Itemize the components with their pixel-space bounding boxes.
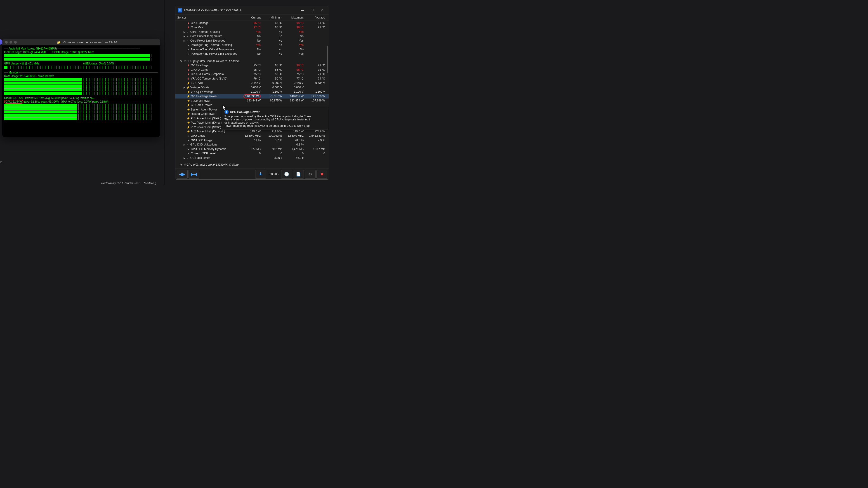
sensor-row[interactable]: 🌡VR VCC Temperature (SVID)76 °C50 °C77 °… (176, 76, 329, 81)
val-max: 75 °C (282, 72, 304, 76)
sensor-row[interactable]: 🌡CPU GT Cores (Graphics)75 °C58 °C75 °C7… (176, 72, 329, 76)
val-max: Yes (282, 43, 304, 46)
col-current[interactable]: Current (239, 16, 260, 19)
sensor-row[interactable]: ⚡CPU Package Power140.696 W78.057 W148.0… (176, 94, 329, 98)
val-min: 0.000 V (260, 86, 282, 89)
sensor-rows[interactable]: 🌡CPU Package96 °C66 °C98 °C91 °C🌡Core Ma… (176, 21, 329, 168)
dot-icon: ● (187, 153, 190, 155)
ecpu-line: E-CPU Usage: 100% @ 2484 MHz (4, 51, 46, 54)
sensor-row[interactable]: ▶●OC Ratio Limits33.0 x56.0 x (176, 156, 329, 160)
sensor-row[interactable]: 🌡CPU IA Cores95 °C66 °C98 °C91 °C (176, 68, 329, 72)
expand-chevron-icon[interactable]: ▶ (184, 86, 185, 89)
save-log-button[interactable]: 📄 (293, 170, 304, 179)
sensor-name: ●GPU D3D Memory Dynamic (176, 148, 239, 151)
sensor-row[interactable]: ●Package/Ring Thermal ThrottlingYesNoYes (176, 43, 329, 47)
val-max: 98 °C (282, 22, 304, 25)
sensor-row[interactable]: ●Current cTDP Level0000 (176, 151, 329, 156)
val-current: No (239, 39, 260, 42)
terminal-title: 📁m3max — powermetrics — sudo — 83×26 (17, 41, 157, 44)
val-max: Yes (282, 30, 304, 33)
sensor-group-header[interactable]: ▶ ⁞⁞ CPU [#0]: Intel Core i9-13980HX: En… (176, 59, 329, 63)
thermometer-icon: 🌡 (187, 64, 190, 67)
expand-chevron-icon[interactable]: ▶ (184, 157, 185, 159)
val-current: 97 °C (239, 26, 260, 29)
val-max: 98 °C (282, 68, 304, 71)
terminal-titlebar[interactable]: 📁m3max — powermetrics — sudo — 83×26 (2, 39, 160, 45)
sensor-row[interactable]: ⚡VDDQ TX Voltage1.100 V1.100 V1.100 V1.1… (176, 90, 329, 94)
sensor-row[interactable]: ▶⚡Voltage Offsets0.000 V0.000 V0.000 V (176, 85, 329, 90)
sensor-row[interactable]: ▶●Core Critical TemperatureNoNoNo (176, 34, 329, 39)
col-minimum[interactable]: Minimum (260, 16, 282, 19)
val-min: No (260, 39, 282, 42)
val-max: 1,650.0 MHz (282, 134, 304, 137)
traffic-lights[interactable] (5, 41, 17, 43)
settings-button[interactable]: ⚙ (305, 170, 315, 179)
sensor-row[interactable]: ●GPU D3D Memory Dynamic977 MB912 MB1,471… (176, 147, 329, 151)
sensor-row[interactable]: ●Package/Ring Power Limit ExceededNoNoYe… (176, 52, 329, 56)
bolt-icon: ⚡ (187, 112, 190, 116)
val-avg: 1.100 V (304, 90, 325, 93)
scrollbar-thumb[interactable] (327, 46, 328, 73)
hwinfo-title: HWiNFO64 v7.64-5240 - Sensors Status (184, 8, 298, 12)
maximize-button[interactable]: ☐ (307, 7, 317, 13)
sensor-name: ⚡IA Cores Power (176, 99, 239, 102)
network-button[interactable]: 🖧 (255, 170, 266, 179)
sensor-row[interactable]: ⚡PL2 Power Limit (Dynamic)175.0 W119.0 W… (176, 129, 329, 134)
sensor-row[interactable]: ●Package/Ring Critical TemperatureNoNoNo (176, 47, 329, 52)
val-max: 133.854 W (282, 99, 304, 102)
val-max: 98 °C (282, 64, 304, 67)
val-avg: 1,117 MB (304, 148, 325, 151)
val-max: 98 °C (282, 26, 304, 29)
val-min: 33.0 x (260, 156, 282, 160)
sensor-name: ▶●Core Thermal Throttling (176, 30, 239, 33)
val-max: No (282, 48, 304, 51)
expand-chevron-icon[interactable]: ▶ (184, 143, 185, 146)
bolt-icon: ⚡ (187, 90, 190, 94)
expand-chevron-icon[interactable]: ▶ (184, 35, 185, 37)
collapse-chevron-icon[interactable]: ▶ (180, 164, 183, 166)
val-avg: 71 °C (304, 72, 325, 76)
sensor-name: ⚡VDDQ TX Voltage (176, 90, 239, 94)
collapse-chevron-icon[interactable]: ▶ (180, 60, 183, 62)
hwinfo-app-icon: ⁞⁞ (178, 8, 182, 12)
col-average[interactable]: Average (304, 16, 325, 19)
col-sensor[interactable]: Sensor (176, 16, 239, 19)
column-headers[interactable]: Sensor Current Minimum Maximum Average (176, 14, 329, 21)
tooltip-line: Power monitoring requires SVID to be ena… (224, 124, 326, 127)
terminal-body[interactable]: ── Apple M3 Max (cores: 4E+12P+40GPU) ──… (2, 45, 160, 122)
sensor-row[interactable]: 🌡CPU Package95 °C66 °C98 °C91 °C (176, 63, 329, 68)
val-avg: 91 °C (304, 26, 325, 29)
sensor-row[interactable]: ▶●Core Thermal ThrottlingYesNoYes (176, 30, 329, 34)
sensor-row[interactable]: ▶●Core Power Limit ExceededNoNoYes (176, 38, 329, 43)
val-current: No (239, 35, 260, 38)
bolt-icon: ⚡ (187, 130, 190, 133)
sensor-row[interactable]: 🌡Core Max97 °C66 °C98 °C91 °C (176, 25, 329, 30)
val-avg: 74 °C (304, 77, 325, 80)
reset-button[interactable]: ✖ (316, 170, 327, 179)
val-current: 76 °C (239, 77, 260, 80)
sensor-row[interactable]: ⚡GT Cores Power (176, 103, 329, 107)
sensor-row[interactable]: 🌡CPU Package96 °C66 °C98 °C91 °C (176, 21, 329, 25)
val-min: 66 °C (260, 22, 282, 25)
sensor-row[interactable]: ●GPU D3D Usage7.4 %0.7 %28.5 %7.9 % (176, 138, 329, 142)
col-maximum[interactable]: Maximum (282, 16, 304, 19)
val-min: 0.7 % (260, 139, 282, 142)
expand-chevron-icon[interactable]: ▶ (184, 31, 185, 33)
val-min: 58 °C (260, 72, 282, 76)
expand-chevron-icon[interactable]: ▶ (184, 39, 185, 42)
sensor-row[interactable]: ●GPU Clock1,650.0 MHz100.0 MHz1,650.0 MH… (176, 134, 329, 138)
sensor-name: ▶●OC Ratio Limits (176, 156, 239, 160)
collapse-button[interactable]: ▶◀ (188, 170, 199, 179)
clock-button[interactable]: 🕐 (281, 170, 292, 179)
nav-back-forward-button[interactable]: ◀▶ (177, 170, 188, 179)
sensor-row[interactable]: ▶●GPU D3D Utilizations0.1 % (176, 142, 329, 147)
sensor-row[interactable]: ⚡IA Cores Power123.843 W66.875 W133.854 … (176, 98, 329, 103)
sensor-row[interactable]: ⚡iGPU VID0.452 V0.300 V0.455 V0.434 V (176, 81, 329, 86)
val-current: 7.4 % (239, 139, 260, 142)
close-button[interactable]: ✕ (317, 7, 327, 13)
val-min: No (260, 35, 282, 38)
minimize-button[interactable]: ― (298, 7, 307, 13)
sensor-group-header[interactable]: ▶ ⁞⁞ CPU [#0]: Intel Core i9-13980HX: C-… (176, 162, 329, 167)
sensor-name: ●GPU Clock (176, 134, 239, 137)
hwinfo-titlebar[interactable]: ⁞⁞ HWiNFO64 v7.64-5240 - Sensors Status … (176, 6, 329, 14)
